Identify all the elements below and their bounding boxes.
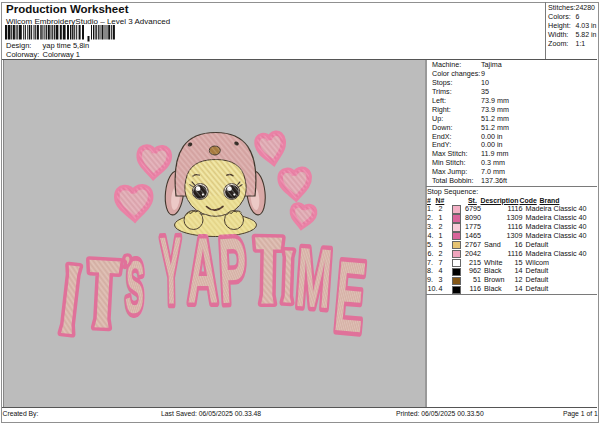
svg-text:Y: Y bbox=[159, 216, 182, 324]
svg-text:S: S bbox=[124, 245, 145, 329]
svg-text:A: A bbox=[188, 218, 219, 321]
svg-text:E: E bbox=[331, 239, 370, 352]
svg-text:M: M bbox=[293, 230, 335, 326]
svg-text:P: P bbox=[216, 218, 249, 323]
